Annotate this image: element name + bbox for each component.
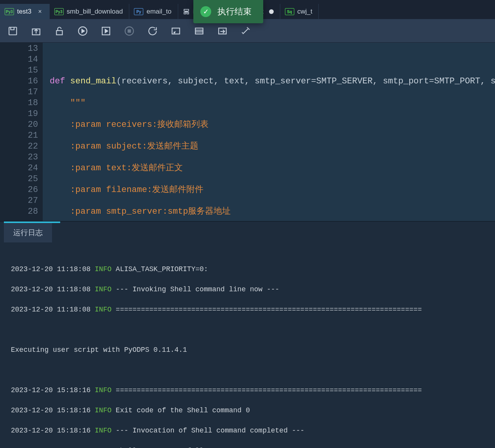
docstring: :param smtp_server:smtp服务器地址 bbox=[50, 207, 231, 216]
code-editor[interactable]: 13141516171819202122232425262728 def sen… bbox=[0, 43, 495, 221]
line-number: 18 bbox=[0, 98, 38, 109]
log-level: INFO bbox=[95, 306, 111, 313]
line-number: 21 bbox=[0, 130, 38, 141]
tab-smb-bill-download[interactable]: Py3 smb_bill_download bbox=[50, 4, 130, 19]
svg-line-26 bbox=[242, 32, 243, 33]
deploy-button[interactable] bbox=[217, 26, 228, 36]
log-timestamp: 2023-12-20 15:18:16 bbox=[11, 406, 90, 414]
submit-button[interactable] bbox=[31, 26, 41, 36]
line-number: 24 bbox=[0, 163, 38, 174]
line-number: 28 bbox=[0, 206, 38, 217]
tab-label: cwj_t bbox=[297, 8, 313, 16]
stop-button[interactable] bbox=[124, 26, 134, 36]
log-timestamp: 2023-12-20 11:18:08 bbox=[11, 265, 90, 273]
line-number: 26 bbox=[0, 185, 38, 195]
line-number: 15 bbox=[0, 65, 38, 76]
toast-label: 执行结束 bbox=[217, 6, 252, 17]
log-level: INFO bbox=[95, 265, 111, 273]
docstring: :param filename:发送邮件附件 bbox=[50, 185, 203, 195]
log-timestamp: 2023-12-20 11:18:08 bbox=[11, 285, 90, 293]
svg-rect-16 bbox=[128, 29, 131, 32]
execution-toast: ✓ 执行结束 bbox=[193, 0, 263, 23]
svg-rect-7 bbox=[9, 27, 17, 35]
success-check-icon: ✓ bbox=[200, 6, 211, 17]
docstring: :param receivers:接收邮箱列表 bbox=[50, 120, 208, 130]
python3-icon: Py3 bbox=[5, 8, 14, 15]
log-timestamp: 2023-12-20 15:18:16 bbox=[11, 427, 90, 434]
function-name: send_mail bbox=[70, 76, 116, 86]
line-number-gutter: 13141516171819202122232425262728 bbox=[0, 43, 43, 221]
format-button[interactable] bbox=[171, 26, 181, 36]
docstring: :param subject:发送邮件主题 bbox=[50, 142, 198, 151]
svg-line-23 bbox=[243, 28, 248, 34]
close-icon[interactable]: × bbox=[37, 9, 43, 15]
svg-rect-2 bbox=[187, 12, 189, 14]
report-icon bbox=[183, 8, 190, 15]
panel-tabs: 运行日志 bbox=[0, 221, 495, 242]
log-level: INFO bbox=[95, 285, 111, 293]
reload-button[interactable] bbox=[148, 26, 158, 36]
python-icon: Py bbox=[134, 8, 143, 15]
magic-button[interactable] bbox=[241, 26, 251, 36]
lock-button[interactable] bbox=[54, 26, 64, 36]
keyword: def bbox=[50, 76, 70, 86]
docstring: :param text:发送邮件正文 bbox=[50, 163, 183, 173]
svg-rect-0 bbox=[184, 9, 189, 11]
line-number: 17 bbox=[0, 87, 38, 98]
tab-label: email_to bbox=[146, 8, 171, 16]
log-msg: Exit code of the Shell command 0 bbox=[116, 406, 250, 414]
log-level: INFO bbox=[95, 427, 111, 434]
svg-marker-12 bbox=[82, 29, 85, 33]
svg-rect-1 bbox=[184, 12, 186, 14]
svg-line-24 bbox=[247, 27, 248, 28]
log-msg: --- Invoking Shell command line now --- bbox=[116, 285, 279, 293]
code-text: (receivers, subject, text, smtp_server=S… bbox=[116, 76, 495, 86]
python3-icon: Py3 bbox=[54, 8, 64, 15]
log-msg: Executing user script with PyODPS 0.11.4… bbox=[11, 345, 484, 355]
svg-line-25 bbox=[249, 29, 250, 29]
log-msg: --- Invocation of Shell command complete… bbox=[116, 427, 304, 434]
tab-label: test3 bbox=[17, 8, 31, 16]
log-msg: ========================================… bbox=[116, 306, 422, 313]
svg-rect-10 bbox=[56, 30, 62, 35]
docstring: """ bbox=[50, 98, 85, 108]
svg-marker-14 bbox=[105, 29, 108, 33]
svg-rect-17 bbox=[172, 28, 180, 34]
tab-label: smb_bill_download bbox=[67, 8, 123, 16]
tab-test3[interactable]: Py3 test3 × bbox=[0, 4, 50, 19]
run-param-button[interactable] bbox=[101, 26, 111, 36]
line-number: 16 bbox=[0, 76, 38, 87]
log-timestamp: 2023-12-20 11:18:08 bbox=[11, 306, 90, 313]
tab-email-to[interactable]: Py email_to bbox=[129, 4, 178, 19]
line-number: 22 bbox=[0, 141, 38, 152]
svg-rect-18 bbox=[195, 28, 203, 34]
unsaved-dot-icon bbox=[269, 9, 274, 14]
run-button[interactable] bbox=[78, 26, 88, 36]
log-output[interactable]: 2023-12-20 11:18:08 INFO ALISA_TASK_PRIO… bbox=[0, 242, 495, 448]
code-content[interactable]: def send_mail(receivers, subject, text, … bbox=[43, 43, 495, 221]
line-number: 27 bbox=[0, 195, 38, 206]
log-level: INFO bbox=[95, 406, 111, 414]
sql-icon: Sq bbox=[285, 8, 294, 15]
line-number: 25 bbox=[0, 174, 38, 185]
line-number: 14 bbox=[0, 54, 38, 65]
line-number: 13 bbox=[0, 43, 38, 54]
log-level: INFO bbox=[95, 386, 111, 394]
output-panel: 运行日志 2023-12-20 11:18:08 INFO ALISA_TASK… bbox=[0, 221, 495, 448]
line-number: 20 bbox=[0, 119, 38, 130]
log-timestamp: 2023-12-20 15:18:16 bbox=[11, 386, 90, 394]
log-msg: ========================================… bbox=[116, 386, 422, 394]
line-number: 19 bbox=[0, 109, 38, 119]
line-number: 23 bbox=[0, 152, 38, 163]
layout-button[interactable] bbox=[194, 26, 204, 36]
panel-tab-runlog[interactable]: 运行日志 bbox=[4, 223, 52, 242]
save-button[interactable] bbox=[8, 26, 18, 36]
tab-cwj[interactable]: Sq cwj_t bbox=[280, 4, 319, 19]
log-msg: ALISA_TASK_PRIORITY=0: bbox=[116, 265, 208, 273]
